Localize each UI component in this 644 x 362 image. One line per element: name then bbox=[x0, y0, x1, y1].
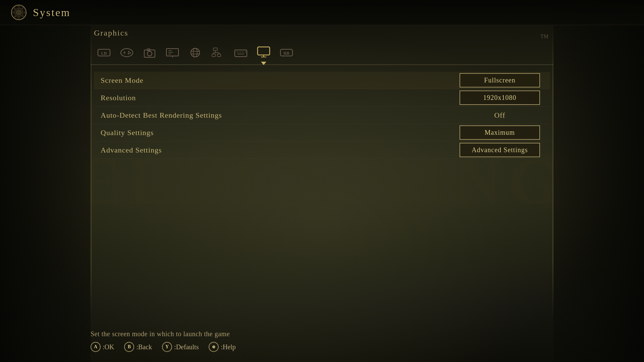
svg-point-17 bbox=[191, 48, 200, 57]
btn-y: Y bbox=[162, 342, 172, 352]
screen-mode-label: Screen Mode bbox=[94, 72, 449, 89]
tab-bar: LB bbox=[91, 44, 553, 65]
tab-lb[interactable]: LB bbox=[94, 44, 114, 61]
main-content: Graphics LB bbox=[91, 28, 553, 318]
svg-point-8 bbox=[128, 53, 129, 54]
btn-help: ⊕ bbox=[209, 342, 219, 352]
btn-a: A bbox=[91, 342, 101, 352]
svg-point-10 bbox=[147, 51, 152, 56]
autodetect-label: Auto-Detect Best Rendering Settings bbox=[94, 107, 449, 124]
svg-point-7 bbox=[129, 52, 131, 54]
header: System bbox=[0, 0, 644, 25]
resolution-label: Resolution bbox=[94, 89, 449, 106]
tab-display[interactable] bbox=[254, 44, 274, 61]
gear-icon bbox=[10, 4, 28, 21]
autodetect-value: Off bbox=[494, 111, 505, 120]
control-defaults-label: :Defaults bbox=[174, 343, 199, 351]
svg-text:RB: RB bbox=[283, 51, 289, 56]
control-ok: A :OK bbox=[91, 342, 114, 352]
svg-point-0 bbox=[11, 5, 26, 20]
resolution-button[interactable]: 644x362 bbox=[460, 90, 540, 105]
tab-rb[interactable]: RB bbox=[276, 44, 297, 61]
footer-controls: A :OK B :Back Y :Defaults ⊕ :Help bbox=[91, 342, 553, 352]
quality-button[interactable]: Maximum bbox=[460, 125, 540, 140]
control-help-label: :Help bbox=[221, 343, 235, 351]
svg-rect-22 bbox=[212, 54, 215, 57]
svg-rect-34 bbox=[258, 47, 270, 55]
settings-row-quality: Quality Settings Maximum bbox=[94, 124, 550, 141]
footer: Set the screen mode in which to launch t… bbox=[91, 322, 553, 362]
advanced-button[interactable]: Advanced Settings bbox=[460, 143, 540, 157]
tab-gamepad[interactable] bbox=[117, 44, 137, 61]
settings-row-autodetect: Auto-Detect Best Rendering Settings Off bbox=[94, 107, 550, 124]
settings-row-resolution: Resolution 644x362 bbox=[94, 89, 550, 107]
autodetect-value-container: Off bbox=[449, 111, 550, 120]
page-title: System bbox=[33, 6, 70, 19]
tab-camera[interactable] bbox=[140, 44, 160, 61]
control-back: B :Back bbox=[124, 342, 152, 352]
settings-row-advanced: Advanced Settings Advanced Settings bbox=[94, 141, 550, 159]
quality-label: Quality Settings bbox=[94, 124, 449, 141]
quality-value-container: Maximum bbox=[449, 125, 550, 140]
side-panel-right bbox=[553, 0, 644, 362]
section-title: Graphics bbox=[91, 28, 553, 38]
footer-hint: Set the screen mode in which to launch t… bbox=[91, 330, 553, 338]
control-defaults: Y :Defaults bbox=[162, 342, 199, 352]
tab-language[interactable] bbox=[185, 44, 205, 61]
screen-mode-value-container: Fullscreen bbox=[449, 73, 550, 87]
control-help: ⊕ :Help bbox=[209, 342, 235, 352]
btn-b: B bbox=[124, 342, 134, 352]
svg-rect-23 bbox=[217, 54, 221, 57]
svg-point-3 bbox=[121, 49, 133, 57]
resolution-value-container: 644x362 bbox=[449, 90, 550, 105]
side-panel-left bbox=[0, 0, 91, 362]
svg-rect-21 bbox=[213, 48, 217, 51]
tab-keyboard[interactable] bbox=[231, 44, 251, 61]
tab-hud[interactable] bbox=[162, 44, 182, 61]
svg-point-6 bbox=[128, 51, 129, 52]
control-back-label: :Back bbox=[136, 343, 152, 351]
settings-row-screen-mode: Screen Mode Fullscreen bbox=[94, 72, 550, 89]
advanced-label: Advanced Settings bbox=[94, 142, 449, 159]
svg-point-18 bbox=[193, 48, 197, 57]
screen-mode-button[interactable]: Fullscreen bbox=[460, 73, 540, 87]
svg-rect-28 bbox=[235, 50, 247, 57]
control-ok-label: :OK bbox=[103, 343, 114, 351]
advanced-value-container: Advanced Settings bbox=[449, 143, 550, 157]
svg-text:LB: LB bbox=[101, 51, 107, 56]
tab-network[interactable] bbox=[208, 44, 228, 61]
settings-area: Screen Mode Fullscreen Resolution 1920x1… bbox=[91, 72, 553, 159]
